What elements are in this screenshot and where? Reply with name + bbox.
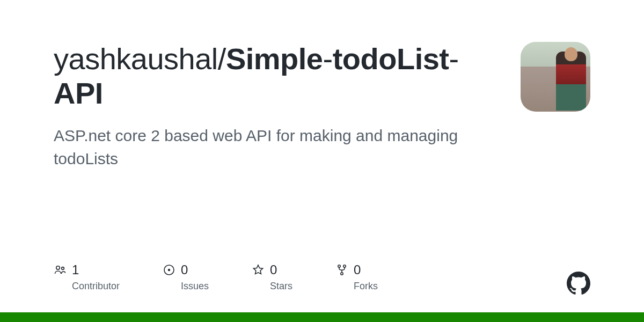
svg-point-4 [338, 265, 340, 267]
issues-count: 0 [181, 262, 188, 277]
stars-count: 0 [270, 262, 277, 277]
contributors-count: 1 [72, 262, 79, 277]
repo-name-part-2: todoList [333, 42, 449, 76]
issue-icon [163, 264, 175, 276]
svg-point-6 [341, 273, 343, 275]
svg-point-1 [62, 267, 64, 270]
contributors-label: Contributor [72, 281, 120, 292]
fork-icon [335, 264, 348, 276]
stat-forks: 0 Forks [335, 262, 378, 292]
repo-name-part-1: Simple [226, 42, 323, 76]
repo-owner: yashkaushal [54, 42, 218, 76]
forks-count: 0 [354, 262, 361, 277]
svg-point-5 [343, 265, 346, 267]
stars-label: Stars [270, 281, 292, 292]
svg-point-0 [56, 266, 60, 269]
repo-title: yashkaushal/Simple-todoList-API [54, 42, 483, 111]
repo-name-part-3: API [54, 76, 103, 110]
repo-description: ASP.net core 2 based web API for making … [54, 124, 483, 171]
star-icon [252, 264, 265, 276]
issues-label: Issues [181, 281, 209, 292]
avatar [521, 42, 590, 112]
language-bar [0, 312, 644, 322]
stat-issues: 0 Issues [163, 262, 209, 292]
stat-contributors: 1 Contributor [54, 262, 120, 292]
forks-label: Forks [354, 281, 378, 292]
stats-row: 1 Contributor 0 Issues 0 Stars [54, 262, 378, 292]
github-logo-icon [567, 272, 590, 295]
stat-stars: 0 Stars [252, 262, 292, 292]
people-icon [54, 264, 67, 276]
svg-point-3 [168, 269, 170, 271]
